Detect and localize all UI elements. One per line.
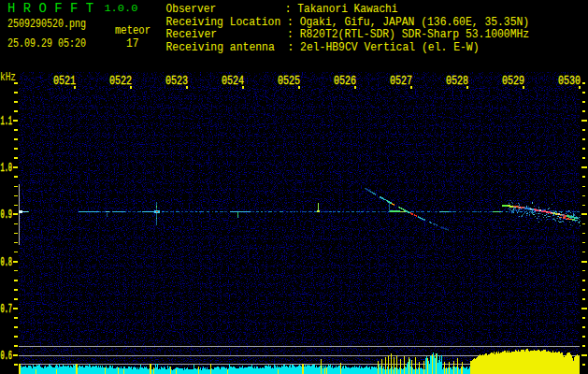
svg-text:0529: 0529 bbox=[502, 74, 524, 88]
svg-text:Receiving antenna : 2el-HB9CV: Receiving antenna : 2el-HB9CV Vertical (… bbox=[166, 41, 480, 54]
svg-text:1.0.0: 1.0.0 bbox=[104, 3, 137, 14]
svg-text:0524: 0524 bbox=[222, 74, 244, 88]
svg-text:0525: 0525 bbox=[278, 74, 300, 88]
svg-text:25.09.29 05:20: 25.09.29 05:20 bbox=[7, 37, 86, 50]
svg-text:0523: 0523 bbox=[165, 74, 188, 88]
svg-text:0530: 0530 bbox=[558, 74, 581, 88]
svg-text:0.6: 0.6 bbox=[1, 350, 13, 363]
svg-text:0.8: 0.8 bbox=[1, 256, 13, 269]
svg-text:2509290520.png: 2509290520.png bbox=[7, 18, 86, 31]
svg-text:1.0: 1.0 bbox=[1, 162, 13, 175]
svg-text:0522: 0522 bbox=[109, 74, 132, 88]
svg-text:0.9: 0.9 bbox=[1, 209, 13, 222]
svg-text:17: 17 bbox=[126, 37, 139, 50]
svg-text:Observer : Takanori: Observer : Takanori Kawachi bbox=[166, 3, 398, 16]
svg-text:1.1: 1.1 bbox=[1, 115, 13, 128]
svg-text:0528: 0528 bbox=[446, 74, 468, 88]
svg-text:0527: 0527 bbox=[390, 74, 412, 88]
svg-text:H R O F F T: H R O F F T bbox=[7, 1, 93, 16]
svg-text:0.7: 0.7 bbox=[1, 303, 13, 316]
svg-text:kHz: kHz bbox=[0, 71, 16, 84]
svg-text:Receiving Location : Ogaki, Gi: Receiving Location : Ogaki, Gifu, JAPAN … bbox=[166, 16, 530, 29]
svg-text:meteor: meteor bbox=[115, 24, 151, 37]
svg-text:Receiver : R820T2(RT: Receiver : R820T2(RTL-SDR) SDR-Sharp 53.… bbox=[166, 28, 530, 41]
svg-text:0521: 0521 bbox=[53, 74, 76, 88]
svg-text:0526: 0526 bbox=[334, 74, 356, 88]
